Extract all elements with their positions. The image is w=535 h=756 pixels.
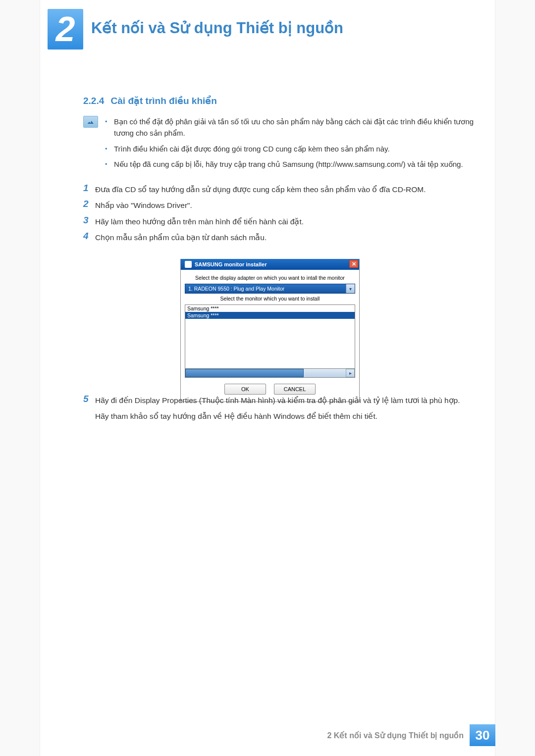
app-icon: [185, 261, 192, 268]
step-row: Hãy tham khảo sổ tay hướng dẫn về Hệ điề…: [83, 410, 483, 422]
section-title: Cài đặt trình điều khiển: [111, 96, 217, 106]
step-number: 4: [83, 231, 95, 242]
step-number: 2: [83, 199, 95, 209]
chevron-down-icon[interactable]: ▾: [346, 284, 355, 293]
installer-dialog: SAMSUNG monitor installer ✕ Select the d…: [180, 259, 360, 402]
step-row: 1 Đưa đĩa CD sổ tay hướng dẫn sử dụng đư…: [83, 183, 483, 195]
step-row: 5 Hãy đi đến Display Properties (Thuộc t…: [83, 394, 483, 406]
note-list: • Bạn có thể đặt độ phân giải và tần số …: [105, 116, 483, 174]
steps-list: 1 Đưa đĩa CD sổ tay hướng dẫn sử dụng đư…: [83, 183, 483, 414]
step-text: Chọn mẫu sản phẩm của bạn từ danh sách m…: [95, 231, 483, 243]
page-footer: 2 Kết nối và Sử dụng Thiết bị nguồn 30: [40, 724, 495, 746]
bullet-icon: •: [105, 116, 114, 127]
list-item[interactable]: Samsung ****: [185, 305, 355, 312]
note-text: Bạn có thể đặt độ phân giải và tần số tố…: [114, 116, 483, 139]
adapter-selected-text: 1. RADEON 9550 : Plug and Play Monitor: [188, 286, 284, 292]
monitor-listbox[interactable]: Samsung **** Samsung ****: [185, 304, 355, 369]
scroll-right-icon[interactable]: ▸: [346, 369, 355, 377]
adapter-combobox[interactable]: 1. RADEON 9550 : Plug and Play Monitor ▾: [185, 284, 355, 294]
list-item[interactable]: Samsung ****: [185, 312, 355, 319]
step-row: 4 Chọn mẫu sản phẩm của bạn từ danh sách…: [83, 231, 483, 243]
bullet-icon: •: [105, 158, 114, 169]
step-row: 3 Hãy làm theo hướng dẫn trên màn hình đ…: [83, 215, 483, 227]
dialog-titlebar: SAMSUNG monitor installer ✕: [181, 259, 359, 270]
step-text: Nhấp vào "Windows Driver".: [95, 199, 483, 211]
step-text: Hãy đi đến Display Properties (Thuộc tín…: [95, 394, 483, 406]
note-text: Trình điều khiển cài đặt được đóng gói t…: [114, 143, 483, 154]
note-text: Nếu tệp đã cung cấp bị lỗi, hãy truy cập…: [114, 158, 483, 170]
section-heading: 2.2.4 Cài đặt trình điều khiển: [83, 95, 217, 106]
dialog-title-text: SAMSUNG monitor installer: [195, 261, 267, 267]
step-number: 1: [83, 183, 95, 194]
chapter-title: Kết nối và Sử dụng Thiết bị nguồn: [91, 19, 343, 37]
close-icon[interactable]: ✕: [349, 260, 358, 268]
dialog-body: Select the display adapter on which you …: [181, 270, 359, 402]
step-number: 3: [83, 215, 95, 226]
installer-dialog-figure: SAMSUNG monitor installer ✕ Select the d…: [180, 259, 483, 402]
step-row: 2 Nhấp vào "Windows Driver".: [83, 199, 483, 211]
note-block: • Bạn có thể đặt độ phân giải và tần số …: [83, 116, 483, 174]
post-steps: 5 Hãy đi đến Display Properties (Thuộc t…: [83, 394, 483, 426]
section-number: 2.2.4: [83, 96, 104, 106]
monitor-prompt: Select the monitor which you want to ins…: [185, 296, 355, 302]
chapter-number-badge: 2: [48, 9, 83, 50]
note-item: • Trình điều khiển cài đặt được đóng gói…: [105, 143, 483, 154]
horizontal-scrollbar[interactable]: ◂ ▸: [185, 369, 355, 378]
bullet-icon: •: [105, 143, 114, 154]
step-text: Đưa đĩa CD sổ tay hướng dẫn sử dụng được…: [95, 183, 483, 195]
cancel-button[interactable]: CANCEL: [274, 384, 316, 395]
step-number: 5: [83, 394, 95, 404]
footer-page-number: 30: [470, 724, 495, 746]
adapter-prompt: Select the display adapter on which you …: [185, 275, 355, 281]
ok-button[interactable]: OK: [224, 384, 266, 395]
step-text: Hãy tham khảo sổ tay hướng dẫn về Hệ điề…: [95, 410, 483, 422]
footer-chapter-text: 2 Kết nối và Sử dụng Thiết bị nguồn: [327, 731, 464, 740]
scroll-thumb[interactable]: [185, 369, 304, 377]
note-item: • Bạn có thể đặt độ phân giải và tần số …: [105, 116, 483, 139]
note-icon: [83, 116, 98, 128]
note-item: • Nếu tệp đã cung cấp bị lỗi, hãy truy c…: [105, 158, 483, 170]
step-text: Hãy làm theo hướng dẫn trên màn hình để …: [95, 215, 483, 227]
